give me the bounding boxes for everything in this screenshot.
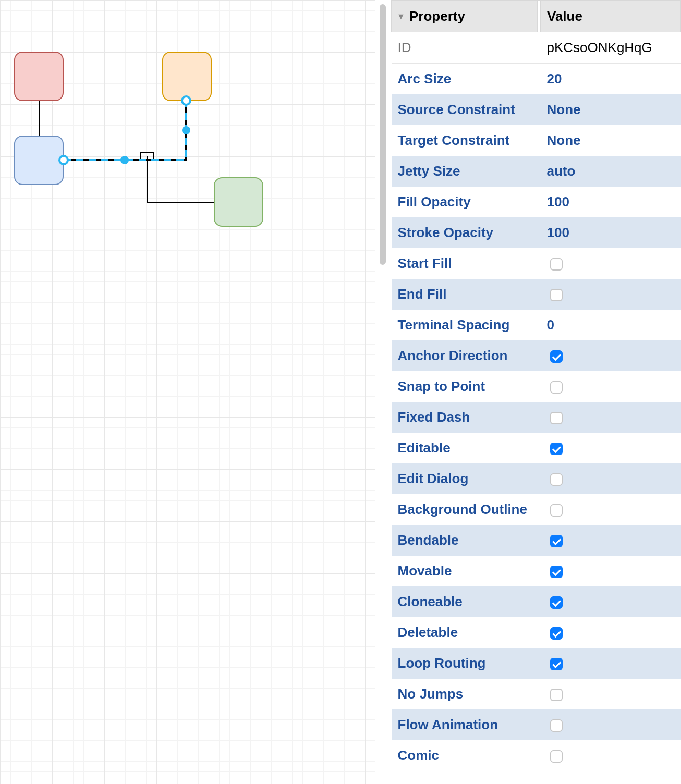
panel-splitter[interactable]: [375, 0, 391, 784]
property-checkbox[interactable]: [550, 473, 563, 486]
property-name: Loop Routing: [392, 648, 538, 679]
property-name: Terminal Spacing: [392, 310, 538, 340]
node-green[interactable]: [214, 177, 263, 227]
property-value: [541, 463, 681, 494]
property-row: Movable: [392, 556, 681, 586]
property-name: Stroke Opacity: [392, 217, 538, 248]
property-value: [541, 402, 681, 433]
edge-endpoint-source[interactable]: [58, 155, 69, 165]
node-blue[interactable]: [14, 136, 64, 185]
property-row: ID: [392, 32, 681, 64]
property-value: [541, 556, 681, 586]
property-checkbox[interactable]: [550, 289, 563, 301]
property-row: Flow Animation: [392, 709, 681, 740]
property-value[interactable]: 20: [541, 64, 681, 95]
property-name: Arc Size: [392, 64, 538, 95]
property-row: Editable: [392, 433, 681, 463]
header-value[interactable]: Value: [541, 1, 681, 32]
property-checkbox[interactable]: [550, 596, 563, 609]
property-value: [541, 494, 681, 525]
property-name: End Fill: [392, 279, 538, 310]
property-value[interactable]: auto: [541, 156, 681, 187]
property-row: Stroke Opacity100: [392, 217, 681, 248]
property-checkbox[interactable]: [550, 350, 563, 363]
property-row: Loop Routing: [392, 648, 681, 679]
property-panel: ▼ Property Value IDArc Size20Source Cons…: [391, 0, 681, 784]
property-name: Source Constraint: [392, 94, 538, 125]
property-row: Bendable: [392, 525, 681, 556]
property-name: Flow Animation: [392, 709, 538, 740]
property-value: [541, 248, 681, 279]
property-value: [541, 679, 681, 709]
scrollbar-thumb[interactable]: [380, 4, 386, 265]
property-value: [541, 648, 681, 679]
property-value: [541, 740, 681, 771]
header-property[interactable]: ▼ Property: [392, 1, 538, 32]
property-checkbox[interactable]: [550, 750, 563, 763]
property-row: Start Fill: [392, 248, 681, 279]
property-name: Movable: [392, 556, 538, 586]
property-row: Terminal Spacing0: [392, 310, 681, 340]
property-value[interactable]: 0: [541, 310, 681, 340]
property-name: Start Fill: [392, 248, 538, 279]
property-value[interactable]: 100: [541, 187, 681, 217]
property-value[interactable]: None: [541, 125, 681, 156]
property-value: [541, 371, 681, 402]
property-name: Anchor Direction: [392, 340, 538, 371]
node-red[interactable]: [14, 52, 64, 101]
property-value: [541, 617, 681, 648]
property-checkbox[interactable]: [550, 258, 563, 271]
property-value: [541, 586, 681, 617]
property-row: Edit Dialog: [392, 463, 681, 494]
edge-waypoint[interactable]: [120, 156, 129, 164]
property-row: No Jumps: [392, 679, 681, 709]
edge-endpoint-target[interactable]: [181, 95, 191, 106]
property-row: Fixed Dash: [392, 402, 681, 433]
sort-icon: ▼: [397, 12, 405, 21]
property-name: Fill Opacity: [392, 187, 538, 217]
property-row: Source ConstraintNone: [392, 94, 681, 125]
property-checkbox[interactable]: [550, 412, 563, 424]
property-row: Snap to Point: [392, 371, 681, 402]
property-row: Jetty Sizeauto: [392, 156, 681, 187]
property-value: [541, 433, 681, 463]
header-value-label: Value: [547, 8, 582, 24]
property-name: No Jumps: [392, 679, 538, 709]
edge-waypoint[interactable]: [182, 126, 190, 134]
property-value: [541, 279, 681, 310]
property-value: [541, 32, 681, 64]
property-checkbox[interactable]: [550, 443, 563, 455]
property-row: Background Outline: [392, 494, 681, 525]
property-checkbox[interactable]: [550, 566, 563, 578]
property-row: Comic: [392, 740, 681, 771]
property-name: Editable: [392, 433, 538, 463]
property-checkbox[interactable]: [550, 627, 563, 640]
diagram-canvas[interactable]: [0, 0, 375, 784]
property-name: Deletable: [392, 617, 538, 648]
property-checkbox[interactable]: [550, 658, 563, 670]
property-checkbox[interactable]: [550, 535, 563, 547]
property-row: Fill Opacity100: [392, 187, 681, 217]
property-value: [541, 709, 681, 740]
property-checkbox[interactable]: [550, 689, 563, 701]
property-name: Cloneable: [392, 586, 538, 617]
property-row: Target ConstraintNone: [392, 125, 681, 156]
property-name: Snap to Point: [392, 371, 538, 402]
property-name: Fixed Dash: [392, 402, 538, 433]
node-orange[interactable]: [162, 52, 212, 101]
id-input[interactable]: [547, 40, 675, 56]
property-value[interactable]: 100: [541, 217, 681, 248]
property-value: [541, 525, 681, 556]
property-row: Arc Size20: [392, 64, 681, 95]
property-name: Jetty Size: [392, 156, 538, 187]
property-checkbox[interactable]: [550, 504, 563, 517]
property-value[interactable]: None: [541, 94, 681, 125]
property-row: End Fill: [392, 279, 681, 310]
header-property-label: Property: [409, 8, 465, 24]
property-checkbox[interactable]: [550, 719, 563, 732]
property-name: Target Constraint: [392, 125, 538, 156]
property-row: Deletable: [392, 617, 681, 648]
property-name: Bendable: [392, 525, 538, 556]
property-name: ID: [392, 32, 538, 64]
property-checkbox[interactable]: [550, 381, 563, 394]
